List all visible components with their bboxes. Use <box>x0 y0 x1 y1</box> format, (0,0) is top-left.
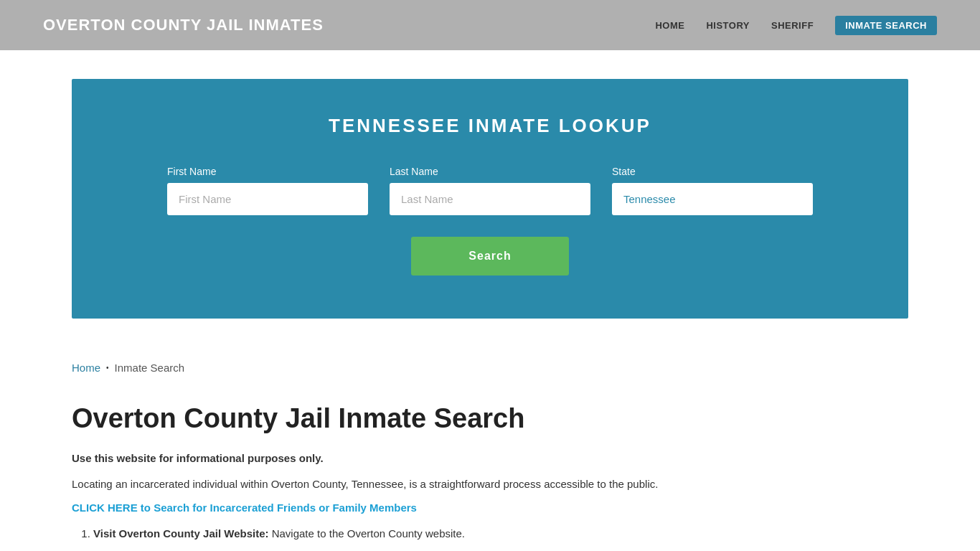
site-title: OVERTON COUNTY JAIL INMATES <box>43 16 324 34</box>
page-title: Overton County Jail Inmate Search <box>72 402 908 435</box>
breadcrumb-separator: • <box>106 364 109 372</box>
nav-home[interactable]: HOME <box>655 20 684 31</box>
click-here-link[interactable]: CLICK HERE to Search for Incarcerated Fr… <box>72 501 908 514</box>
main-content: Overton County Jail Inmate Search Use th… <box>0 388 980 551</box>
step-1-text: Navigate to the Overton County website. <box>272 527 465 540</box>
info-text: Locating an incarcerated individual with… <box>72 476 908 493</box>
last-name-label: Last Name <box>390 166 590 177</box>
last-name-input[interactable] <box>390 183 590 215</box>
nav-inmate-search[interactable]: INMATE SEARCH <box>835 16 937 35</box>
info-bold-text: Use this website for informational purpo… <box>72 450 908 467</box>
steps-list: Visit Overton County Jail Website: Navig… <box>93 525 908 542</box>
state-input[interactable] <box>612 183 813 215</box>
last-name-group: Last Name <box>390 166 590 215</box>
nav-sheriff[interactable]: SHERIFF <box>771 20 814 31</box>
first-name-input[interactable] <box>167 183 368 215</box>
breadcrumb-current: Inmate Search <box>115 362 185 374</box>
first-name-group: First Name <box>167 166 368 215</box>
state-group: State <box>612 166 813 215</box>
search-form: First Name Last Name State <box>115 166 865 215</box>
state-label: State <box>612 166 813 177</box>
main-nav: HOME HISTORY SHERIFF INMATE SEARCH <box>655 16 937 35</box>
step-1-bold: Visit Overton County Jail Website: <box>93 527 269 540</box>
search-button[interactable]: Search <box>411 237 568 276</box>
nav-history[interactable]: HISTORY <box>706 20 750 31</box>
breadcrumb: Home • Inmate Search <box>0 347 980 388</box>
breadcrumb-home-link[interactable]: Home <box>72 362 100 374</box>
step-1: Visit Overton County Jail Website: Navig… <box>93 525 908 542</box>
header: OVERTON COUNTY JAIL INMATES HOME HISTORY… <box>0 0 980 50</box>
first-name-label: First Name <box>167 166 368 177</box>
search-banner: TENNESSEE INMATE LOOKUP First Name Last … <box>72 79 908 319</box>
search-banner-title: TENNESSEE INMATE LOOKUP <box>115 115 865 137</box>
search-btn-wrapper: Search <box>115 237 865 276</box>
